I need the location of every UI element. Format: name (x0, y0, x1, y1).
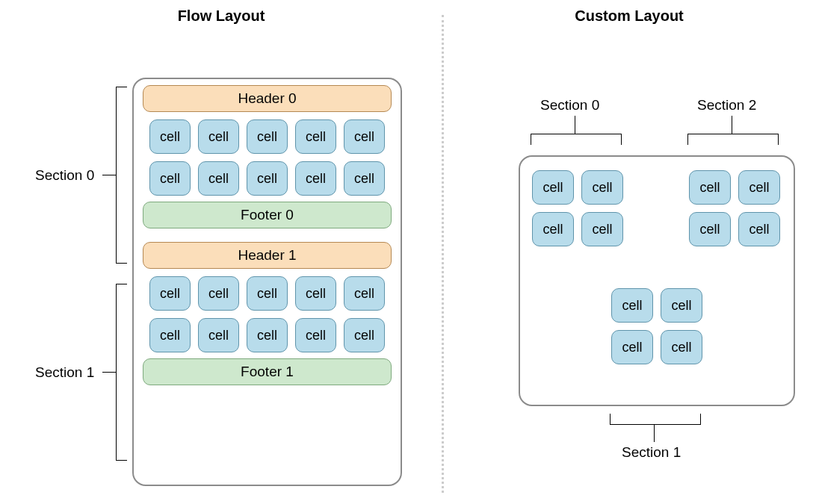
cell: cell (611, 288, 653, 323)
cell: cell (661, 288, 702, 323)
flow-layout-title: Flow Layout (0, 7, 442, 25)
cell: cell (149, 318, 191, 352)
bracket-icon (116, 284, 127, 373)
cell: cell (295, 276, 336, 311)
footer-0: Footer 0 (143, 202, 392, 228)
bracket-stem (102, 175, 116, 175)
bracket-icon (116, 87, 127, 175)
cell: cell (247, 276, 288, 311)
custom-section-0: cell cell cell cell (532, 170, 623, 254)
cell: cell (295, 161, 336, 196)
cell: cell (344, 161, 385, 196)
bracket-stem (102, 372, 116, 373)
table-row: cell cell (689, 170, 780, 205)
cell: cell (738, 170, 780, 205)
cell: cell (149, 276, 191, 311)
cell: cell (344, 276, 385, 311)
cell: cell (661, 330, 702, 364)
bracket-stem (575, 116, 575, 134)
bracket-icon (116, 372, 127, 461)
cell: cell (149, 119, 191, 154)
bracket-stem (654, 424, 655, 442)
custom-section-1-label: Section 1 (622, 444, 681, 461)
table-row: cell cell (611, 330, 702, 364)
table-row: cell cell (532, 170, 623, 205)
cell: cell (198, 276, 239, 311)
custom-layout-title: Custom Layout (442, 7, 816, 25)
footer-1: Footer 1 (143, 358, 392, 385)
custom-section-1: cell cell cell cell (611, 288, 702, 372)
cell: cell (247, 161, 288, 196)
cell: cell (344, 119, 385, 154)
cell: cell (247, 119, 288, 154)
cell: cell (295, 119, 336, 154)
bracket-icon (687, 134, 779, 145)
bracket-stem (732, 116, 732, 134)
cell: cell (149, 161, 191, 196)
cell: cell (581, 212, 623, 246)
bracket-icon (610, 414, 701, 425)
cell: cell (532, 212, 574, 246)
cell: cell (689, 212, 731, 246)
table-row: cell cell (611, 288, 702, 323)
custom-section-2-label: Section 2 (697, 97, 756, 113)
cell: cell (532, 170, 574, 205)
table-row: cell cell cell cell cell (149, 161, 385, 196)
table-row: cell cell (532, 212, 623, 246)
cell: cell (198, 318, 239, 352)
table-row: cell cell cell cell cell (149, 318, 385, 352)
table-row: cell cell (689, 212, 780, 246)
bracket-icon (116, 175, 127, 264)
cell: cell (198, 119, 239, 154)
cell: cell (198, 161, 239, 196)
section-0-label: Section 0 (35, 167, 94, 184)
cell: cell (689, 170, 731, 205)
vertical-divider (442, 15, 444, 493)
table-row: cell cell cell cell cell (149, 276, 385, 311)
custom-section-0-label: Section 0 (540, 97, 599, 113)
header-1: Header 1 (143, 242, 392, 269)
table-row: cell cell cell cell cell (149, 119, 385, 154)
custom-section-2: cell cell cell cell (689, 170, 780, 254)
header-0: Header 0 (143, 85, 392, 112)
cell: cell (344, 318, 385, 352)
cell: cell (611, 330, 653, 364)
cell: cell (247, 318, 288, 352)
cell: cell (295, 318, 336, 352)
cell: cell (738, 212, 780, 246)
cell: cell (581, 170, 623, 205)
bracket-icon (531, 134, 622, 145)
section-1-label: Section 1 (35, 364, 94, 381)
flow-layout-panel: Header 0 cell cell cell cell cell cell c… (132, 78, 402, 486)
